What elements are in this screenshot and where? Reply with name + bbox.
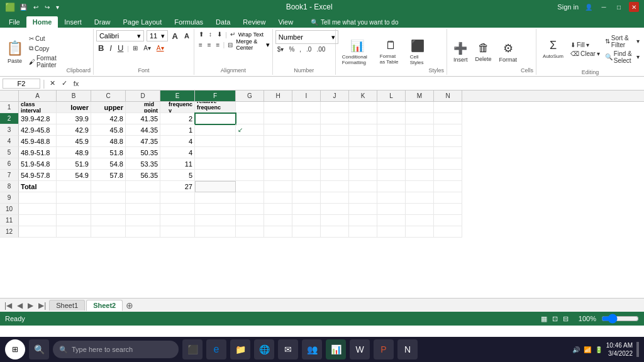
cell-C8[interactable] [91,181,126,192]
cell-B8[interactable] [57,181,91,192]
cell-E5[interactable]: 4 [160,147,195,158]
cell-I8[interactable] [292,181,321,192]
merge-center-arrow-icon[interactable]: ▾ [266,41,270,49]
col-header-H[interactable]: H [264,90,292,101]
tab-view[interactable]: View [272,16,299,28]
cell-D8[interactable] [126,181,160,192]
cell-I4[interactable] [292,136,321,147]
currency-button[interactable]: $▾ [275,45,286,53]
row-number-3[interactable]: 3 [0,124,19,136]
cell-H2[interactable] [264,113,292,124]
tab-file[interactable]: File [3,16,26,28]
cell-G3[interactable]: ↙ [236,124,264,136]
cell-F1[interactable]: relativefrequency [195,102,236,113]
font-size-dropdown[interactable]: 11 ▾ [147,30,168,41]
row-number-4[interactable]: 4 [0,136,19,147]
cell-D6[interactable]: 53.35 [126,158,160,170]
cell-G9[interactable] [236,192,264,204]
cell-B6[interactable]: 51.9 [57,158,91,170]
row-number-7[interactable]: 7 [0,170,19,181]
sheet-nav-last[interactable]: ▶| [36,301,48,310]
clock[interactable]: 10:46 AM 3/4/2022 [606,341,633,358]
grid-scroll[interactable]: 1 classinterval lower upper midpoint fre… [0,102,644,298]
share-button[interactable]: 👤 [584,2,594,12]
cell-L6[interactable] [377,158,406,170]
col-header-B[interactable]: B [57,90,91,101]
cell-M5[interactable] [406,147,434,158]
cell-K6[interactable] [349,158,377,170]
cell-L5[interactable] [377,147,406,158]
name-box[interactable] [3,79,40,89]
cell-J8[interactable] [321,181,349,192]
cell-G2[interactable] [236,113,264,124]
row-number-10[interactable]: 10 [0,204,19,215]
cell-M2[interactable] [406,113,434,124]
cell-C1[interactable]: upper [91,102,126,113]
cell-I6[interactable] [292,158,321,170]
fill-button[interactable]: ⬇ Fill ▾ [569,41,602,49]
row-number-1[interactable]: 1 [0,102,19,113]
show-desktop-button[interactable] [636,342,639,357]
tab-formulas[interactable]: Formulas [168,16,209,28]
fill-color-button[interactable]: A▾ [142,44,153,52]
cell-B7[interactable]: 54.9 [57,170,91,181]
increase-font-button[interactable]: A [170,31,180,41]
cell-B9[interactable] [57,192,91,204]
wrap-text-button[interactable]: ↵ [228,30,237,38]
cell-M7[interactable] [406,170,434,181]
tab-home[interactable]: Home [26,16,58,28]
cell-C4[interactable]: 48.8 [91,136,126,147]
percent-button[interactable]: % [287,45,296,53]
page-layout-view-button[interactable]: ⊡ [552,315,558,323]
col-header-G[interactable]: G [236,90,264,101]
excel-taskbar-button[interactable]: 📊 [326,339,346,359]
sign-in-button[interactable]: Sign in [557,3,579,11]
cell-H1[interactable] [264,102,292,113]
border-button[interactable]: ⊞ [131,44,140,52]
tab-page-layout[interactable]: Page Layout [116,16,168,28]
zoom-slider[interactable] [601,315,639,322]
cell-C7[interactable]: 57.8 [91,170,126,181]
cell-M1[interactable] [406,102,434,113]
tell-me-input[interactable]: 🔍 Tell me what you want to do [304,17,404,28]
cell-C9[interactable] [91,192,126,204]
col-header-E[interactable]: E [160,90,195,101]
cell-F3[interactable] [195,124,236,136]
cell-H9[interactable] [264,192,292,204]
row-number-5[interactable]: 5 [0,147,19,158]
restore-button[interactable]: □ [614,2,624,12]
col-header-J[interactable]: J [321,90,349,101]
chrome-button[interactable]: 🌐 [254,339,274,359]
cell-N1[interactable] [434,102,462,113]
cell-E4[interactable]: 4 [160,136,195,147]
cell-L2[interactable] [377,113,406,124]
col-header-M[interactable]: M [406,90,434,101]
cell-G4[interactable] [236,136,264,147]
underline-button[interactable]: U [116,43,125,53]
paste-button[interactable]: 📋 Paste [3,30,27,74]
cell-N4[interactable] [434,136,462,147]
delete-cells-button[interactable]: 🗑 Delete [472,30,496,74]
sheet-tab-2[interactable]: Sheet2 [86,300,123,311]
col-header-I[interactable]: I [292,90,321,101]
col-header-N[interactable]: N [434,90,462,101]
col-header-F[interactable]: F [195,90,236,101]
cell-J3[interactable] [321,124,349,136]
cell-N6[interactable] [434,158,462,170]
row-number-9[interactable]: 9 [0,192,19,204]
cell-C5[interactable]: 51.8 [91,147,126,158]
autosum-button[interactable]: Σ AutoSum [539,30,567,68]
task-view-button[interactable]: ⬛ [182,339,203,359]
cell-A4[interactable]: 45.9-48.8 [19,136,57,147]
teams-button[interactable]: 👥 [302,339,322,359]
cell-L3[interactable] [377,124,406,136]
cell-J9[interactable] [321,192,349,204]
col-header-C[interactable]: C [91,90,126,101]
font-color-button[interactable]: A▾ [155,44,166,52]
italic-button[interactable]: I [108,43,114,53]
sheet-tab-1[interactable]: Sheet1 [49,300,85,310]
align-right-button[interactable]: ≡ [214,41,222,49]
cell-K2[interactable] [349,113,377,124]
cell-H5[interactable] [264,147,292,158]
cell-F6[interactable] [195,158,236,170]
